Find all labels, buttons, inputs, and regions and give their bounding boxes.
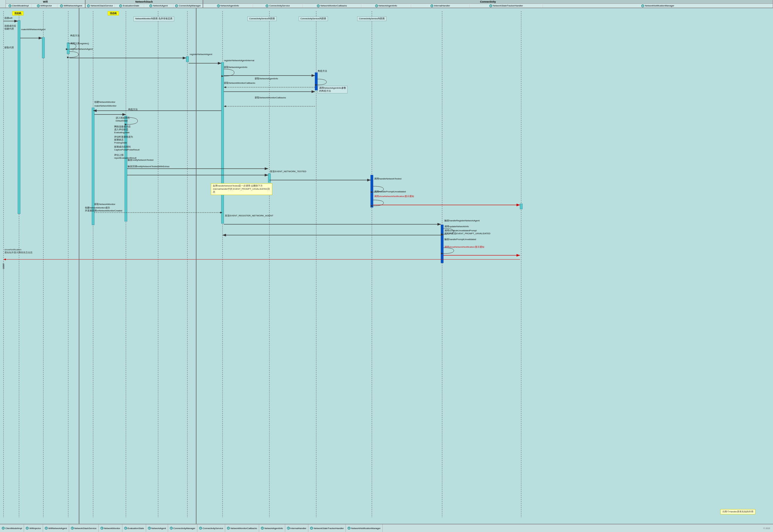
svg-rect-26 (315, 73, 317, 90)
msg-probing-state: 评估时直接转进为探测状态ProbingState (114, 136, 133, 144)
footer-actor-networkagentinfo[interactable]: C NetworkAgentInfo (259, 524, 285, 532)
msg-register: 调用父类register() (70, 42, 89, 45)
msg-evaluating-state: 网络连接成功后进入评估状态EvaluatingState (114, 125, 131, 134)
actor-box-activiteji: 活志机 (12, 11, 23, 16)
footer-actor-networkmonitor[interactable]: C NetworkMonitor (99, 524, 122, 532)
two-handler-note: 示两个Handler具有先知的作用 (720, 509, 755, 514)
msg-show-notification-bottom: showNotification通知知并显示网络状态信息 (4, 248, 33, 254)
actor-box-activiteji2: 活志机 (108, 11, 119, 16)
actor-networkmonitorcallbacks[interactable]: C NetworkMonitorCallbacks (303, 4, 361, 7)
msg-register-agent2: registerNetworkAgent (190, 53, 212, 56)
actor-networkagentinfo[interactable]: C NetworkAgentInfo (203, 4, 253, 7)
svg-rect-28 (441, 225, 443, 263)
svg-rect-20 (67, 43, 69, 54)
svg-rect-24 (221, 62, 224, 223)
svg-rect-27 (371, 175, 373, 207)
msg-constructor1: 构造方法 (70, 34, 80, 37)
actor-networkmonitor-hdr[interactable]: C ConnectivityManager (173, 4, 203, 7)
msg-return-agentinfo: 获取NetworkAgentInfo (255, 77, 278, 80)
msg-show-notification2: 调用showNetworkNotification显示通知 (444, 245, 484, 249)
actor-clientmodel[interactable]: C ClientModelImpl (6, 4, 32, 7)
msg-make-wifi-agent: makeWifiNetworkAgent (21, 28, 45, 31)
actor-networknotificationmanager[interactable]: C NetworkNotificationManager (543, 4, 773, 7)
msg-return-callbacks: 获取NetworkMonitorCallbacks (255, 96, 286, 99)
footer-actor-clientmodel[interactable]: C ClientModelImpl (0, 524, 24, 532)
msg-constructor2: 构造方法 (318, 69, 327, 73)
msg-event-register: 发送EVENT_REGISTER_NETWORK_AGENT (225, 214, 273, 217)
msg-event-network-tested: 发送EVENT_NETWORK_TESTED (270, 170, 306, 173)
footer-actor-connectivityservice[interactable]: C ConnectivityService (197, 524, 225, 532)
footer-actor-connectivitymanager[interactable]: C ConnectivityManager (168, 524, 197, 532)
actor-networkagentinfo2[interactable]: C NetworkAgentInfo (361, 4, 411, 7)
actor-wifinetworkagent[interactable]: C WifiNetworkAgent (57, 4, 85, 7)
msg-create-proxy: 连接成功后创建代理 (4, 25, 16, 31)
msg-get-agentinfo: 获取NetworkAgentInfo (224, 66, 247, 69)
footer-actor-networkagent[interactable]: C NetworkAgent (146, 524, 168, 532)
msg-get-proxy: 获取代理 (4, 46, 14, 49)
msg-captive-result: 探测成功后得到CaptivePortalProbeResult (114, 146, 139, 151)
connectivity-note3: ConnectivitySenice内部类 (357, 16, 387, 21)
header-group-networkstack: NetworkStack C NetworkStackService C Eva… (85, 0, 203, 8)
msg-constructor3: 构造方法 (128, 108, 138, 111)
msg-create-monitor: 创建NetworkMonitor (94, 100, 115, 104)
actor-networkstackservice[interactable]: C NetworkStackService (85, 4, 115, 7)
connectivity-note1: ConnectivitySenice内部类 (247, 16, 277, 21)
msg-handle-register: 触发handleRegisterNetworkAgent (444, 219, 480, 222)
actor-networkagent[interactable]: C NetworkAgent (144, 4, 173, 7)
footer-row: C ClientModelImpl C WifiInjector C WifiN… (0, 524, 773, 532)
msg-register-agent: registerNetworkAgent (70, 48, 93, 50)
msg-monitor-created: 创建NetworkMonitor成功并直接回调onNetworkMonitorC… (85, 206, 122, 212)
diagram-svg (0, 8, 773, 524)
svg-rect-19 (42, 37, 45, 58)
connectivity-note2: ConnectivitySenice内部类 (299, 16, 328, 21)
header-group-wifi: Wifi C ClientModelImpl C WifiInjector C … (6, 0, 85, 8)
svg-rect-23 (186, 57, 189, 62)
msg-update-network: 调用updateNetworkInfo (444, 225, 469, 228)
footer-actor-networkstatetrackerhandler[interactable]: C NetworkStateTrackerHandler (308, 524, 346, 532)
msg-handle-prompt2: 触发handlePromptUnvalidated (444, 238, 476, 241)
actor-internalhandler[interactable]: C InternalHandler (411, 4, 470, 7)
msg-schedule-note: 调用scheduleUnvalidatedPrompt延时约发送EVENT_PR… (444, 229, 490, 235)
msg-get-callbacks: 获取NetworkMonitorCallbacks (224, 81, 255, 85)
footer-actor-networkstackservice[interactable]: C NetworkStackService (69, 524, 99, 532)
tooltip-handle-network-tested: 如果handleNetworkTested是一步调用 会删除下方Internal… (211, 183, 272, 195)
msg-notify-tested-extras: 触发回调notifyNetworkTestedWithExtras (128, 165, 170, 168)
actor-evaluationstate[interactable]: C EvaluationState (115, 4, 144, 7)
svg-rect-18 (18, 20, 20, 214)
footer-actor-networkmonitorcallbacks[interactable]: C NetworkMonitorCallbacks (225, 524, 259, 532)
svg-rect-29 (520, 204, 522, 209)
msg-lianjiiewifi: 连接wifi (4, 16, 13, 20)
msg-notify-tested: 触发notifyNetworkTested (128, 158, 153, 162)
footer-actor-internalhandler[interactable]: C InternalHandler (285, 524, 309, 532)
footer-actor-wifinetworkagent[interactable]: C WifiNetworkAgent (43, 524, 69, 532)
footer-actor-evaluationstate[interactable]: C EvaluationState (122, 524, 146, 532)
footer-actor-wifiinjector[interactable]: C WifiInjector (24, 524, 43, 532)
svg-rect-25 (268, 174, 271, 182)
actor-networkstatetrackerhandler[interactable]: C NetworkStateTrackerHandler (470, 4, 543, 7)
header-user-cell (0, 0, 6, 8)
msg-register-internal: registerNetworkAgentInternal (224, 59, 254, 62)
actor-wifiinjector[interactable]: C WifiInjector (32, 4, 57, 7)
msg-show-notification1: 调用showNetworkNotification显示通知 (374, 195, 414, 198)
actor-connectivityservice[interactable]: C ConnectivityService (253, 4, 303, 7)
user-label: user (2, 263, 5, 269)
msg-handle-network-tested: 调用handleNetworkTested (374, 177, 401, 180)
footer-actor-networknotificationmanager[interactable]: C NetworkNotificationManager (346, 524, 383, 532)
msg-make-monitor: makeNetworkMonitor (94, 105, 117, 107)
header-group-connectivity: Connectivity C NetworkAgentInfo C Connec… (203, 0, 773, 8)
msg-note-constructor: 调用NetworkAgentInfo参数的构造方法 (318, 86, 348, 93)
msg-default-state: 进入初始状态DefaultState (116, 117, 130, 122)
msg-get-networkmonitor: 获取NetworkMonitor (94, 203, 115, 206)
msg-handle-prompt: 调用handlePromptUnvalidated (374, 190, 406, 193)
footer-copyright: © 2023 (760, 527, 773, 529)
networkmonitor-note: NetworkMonitor内部类 负并非状态类 (134, 16, 174, 21)
